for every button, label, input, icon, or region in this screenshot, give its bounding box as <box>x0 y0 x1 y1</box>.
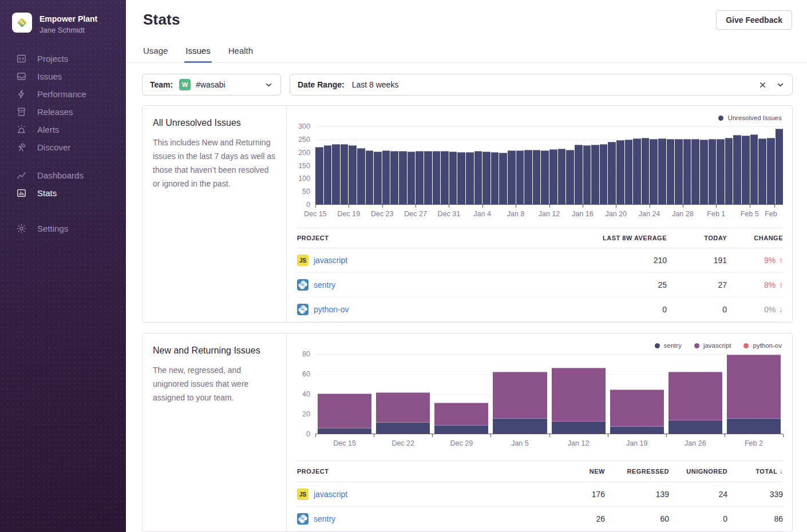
unresolved-bar[interactable] <box>499 153 507 204</box>
project-link[interactable]: javascript <box>314 256 347 265</box>
unresolved-bar[interactable] <box>441 151 449 204</box>
legend-item-python-ov[interactable]: python-ov <box>743 342 782 349</box>
unresolved-bar[interactable] <box>700 140 708 204</box>
unresolved-bar[interactable] <box>633 138 641 204</box>
unresolved-bar[interactable] <box>541 150 549 204</box>
legend-item-javascript[interactable]: javascript <box>694 342 731 349</box>
x-tick-label: Dec 31 <box>438 210 461 218</box>
stacked-bar[interactable] <box>434 403 488 434</box>
team-filter-label: Team: <box>150 80 173 89</box>
unresolved-bar[interactable] <box>776 129 784 204</box>
sidebar-item-settings[interactable]: Settings <box>0 220 126 237</box>
unresolved-bar[interactable] <box>482 152 490 204</box>
unresolved-bar[interactable] <box>642 138 650 204</box>
legend-item-unresolved-issues[interactable]: Unresolved Issues <box>718 114 782 121</box>
sidebar-item-releases[interactable]: Releases <box>0 103 126 121</box>
org-switcher[interactable]: Empower Plant Jane Schmidt <box>0 0 126 45</box>
sidebar-item-projects[interactable]: Projects <box>0 50 126 68</box>
team-filter[interactable]: Team: W #wasabi <box>142 74 281 96</box>
unresolved-bar[interactable] <box>600 144 608 204</box>
project-link[interactable]: python-ov <box>314 305 349 314</box>
unresolved-bar[interactable] <box>524 150 532 204</box>
unresolved-bar[interactable] <box>566 150 574 204</box>
project-link[interactable]: sentry <box>314 514 335 523</box>
sidebar-nav: ProjectsIssuesPerformanceReleasesAlertsD… <box>0 50 126 237</box>
unresolved-bar[interactable] <box>691 139 699 204</box>
unresolved-bar[interactable] <box>366 150 374 204</box>
unresolved-bar[interactable] <box>433 151 441 204</box>
clear-icon[interactable] <box>758 81 767 89</box>
stacked-bar[interactable] <box>552 368 606 434</box>
project-link[interactable]: sentry <box>314 280 335 289</box>
stacked-bar[interactable] <box>376 392 430 434</box>
y-tick-label: 150 <box>298 162 310 170</box>
unresolved-bar[interactable] <box>332 144 340 204</box>
unresolved-bar[interactable] <box>583 145 591 204</box>
unresolved-bar[interactable] <box>315 147 323 204</box>
unresolved-bar[interactable] <box>424 151 432 204</box>
unresolved-bar[interactable] <box>616 140 624 204</box>
unresolved-bar[interactable] <box>733 135 741 204</box>
unresolved-bar[interactable] <box>399 151 407 204</box>
tab-usage[interactable]: Usage <box>143 46 168 62</box>
unresolved-bar[interactable] <box>709 139 717 204</box>
unresolved-bar[interactable] <box>491 152 499 204</box>
stacked-bar[interactable] <box>668 372 722 434</box>
stacked-bar[interactable] <box>318 394 371 434</box>
tab-issues[interactable]: Issues <box>185 46 210 62</box>
unresolved-bar[interactable] <box>575 145 583 204</box>
unresolved-bar[interactable] <box>466 152 474 204</box>
x-tick-label: Jan 5 <box>511 439 529 447</box>
chevron-down-icon[interactable] <box>776 81 785 89</box>
sidebar-item-stats[interactable]: Stats <box>0 184 126 202</box>
unresolved-bar[interactable] <box>324 145 332 204</box>
unresolved-bar[interactable] <box>658 138 666 204</box>
unresolved-bar[interactable] <box>341 144 349 204</box>
sidebar-item-issues[interactable]: Issues <box>0 68 126 85</box>
date-range-filter[interactable]: Date Range: Last 8 weeks <box>290 74 793 96</box>
unresolved-bar[interactable] <box>457 152 465 204</box>
unresolved-bar[interactable] <box>382 150 390 204</box>
unresolved-bar[interactable] <box>758 138 766 204</box>
give-feedback-button[interactable]: Give Feedback <box>716 10 792 30</box>
stacked-bar[interactable] <box>727 355 781 434</box>
unresolved-bar[interactable] <box>608 142 616 204</box>
unresolved-bar[interactable] <box>474 151 482 204</box>
sidebar-item-dashboards[interactable]: Dashboards <box>0 166 126 184</box>
unresolved-bar[interactable] <box>533 150 541 204</box>
stacked-bar[interactable] <box>610 390 664 434</box>
unresolved-bar[interactable] <box>408 152 416 204</box>
unresolved-bar[interactable] <box>591 145 599 204</box>
stacked-bar[interactable] <box>493 372 547 434</box>
unresolved-bar[interactable] <box>516 150 524 204</box>
unresolved-bar[interactable] <box>449 152 457 204</box>
project-cell: JSjavascript <box>297 489 541 500</box>
unresolved-bar[interactable] <box>725 138 733 204</box>
unresolved-bar[interactable] <box>683 139 691 204</box>
sidebar-item-performance[interactable]: Performance <box>0 85 126 103</box>
unresolved-bar[interactable] <box>717 139 725 204</box>
unresolved-bar[interactable] <box>650 139 658 204</box>
column-header-total[interactable]: TOTAL↓ <box>727 467 783 475</box>
chevron-down-icon[interactable] <box>264 81 273 89</box>
unresolved-bar[interactable] <box>625 140 633 204</box>
unresolved-bar[interactable] <box>767 138 775 204</box>
legend-item-sentry[interactable]: sentry <box>655 342 682 349</box>
unresolved-bar[interactable] <box>357 148 365 204</box>
sidebar-item-alerts[interactable]: Alerts <box>0 121 126 138</box>
sidebar-item-discover[interactable]: Discover <box>0 138 126 156</box>
unresolved-bar[interactable] <box>416 151 424 204</box>
unresolved-bar[interactable] <box>549 149 557 204</box>
unresolved-bar[interactable] <box>675 139 683 204</box>
unresolved-bar[interactable] <box>390 151 398 204</box>
unresolved-bar[interactable] <box>742 136 750 204</box>
unresolved-bar[interactable] <box>349 145 357 204</box>
unresolved-bar[interactable] <box>667 139 675 204</box>
x-tick <box>683 205 683 208</box>
tab-health[interactable]: Health <box>228 46 253 62</box>
unresolved-bar[interactable] <box>508 150 516 204</box>
unresolved-bar[interactable] <box>374 152 382 204</box>
project-link[interactable]: javascript <box>314 490 347 499</box>
unresolved-bar[interactable] <box>750 134 758 204</box>
unresolved-bar[interactable] <box>558 149 566 204</box>
